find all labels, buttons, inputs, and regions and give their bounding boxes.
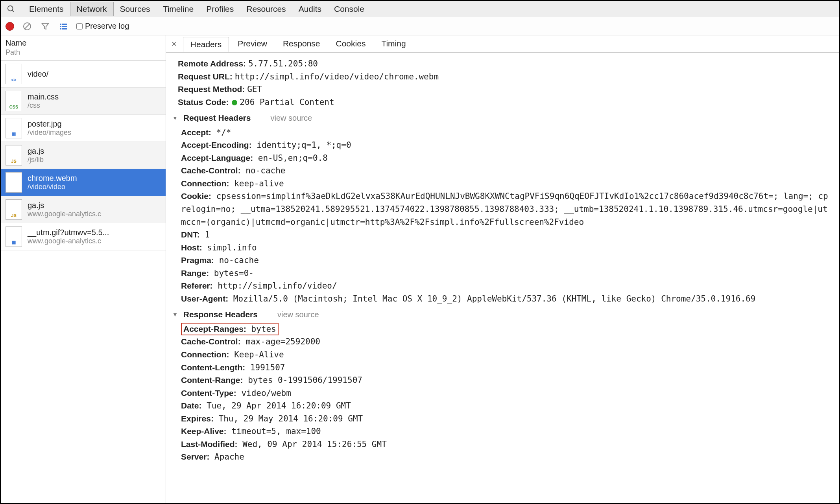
header-value: 1991507 <box>245 363 285 372</box>
request-row[interactable]: ▦poster.jpg/video/images <box>1 115 166 142</box>
svg-point-0 <box>8 6 13 11</box>
header-row: User-Agent: Mozilla/5.0 (Macintosh; Inte… <box>181 292 831 305</box>
request-name: ga.js <box>28 201 101 210</box>
request-path: /video/video <box>28 183 77 191</box>
request-method-value: GET <box>247 85 262 94</box>
header-value: Thu, 29 May 2014 16:20:09 GMT <box>214 414 363 423</box>
header-key: Content-Range: <box>181 375 243 384</box>
header-key: Pragma: <box>181 256 214 265</box>
search-icon[interactable] <box>6 4 16 14</box>
header-key: Accept-Encoding: <box>181 140 252 149</box>
header-key: Keep-Alive: <box>181 427 227 436</box>
request-list-header[interactable]: Name Path <box>1 35 166 61</box>
header-key: Accept: <box>181 128 211 137</box>
close-icon[interactable]: × <box>169 39 181 49</box>
header-row: DNT: 1 <box>181 228 831 241</box>
headers-body: Remote Address: 5.77.51.205:80 Request U… <box>166 53 839 503</box>
preserve-log-label: Preserve log <box>85 22 129 31</box>
column-name: Name <box>6 38 161 48</box>
detail-tab-response[interactable]: Response <box>276 37 327 52</box>
header-value: cpsession=simplinf%3aeDkLdG2elvxaS38KAur… <box>181 191 828 226</box>
header-row: Last-Modified: Wed, 09 Apr 2014 15:26:55… <box>181 438 831 451</box>
view-source-link[interactable]: view source <box>277 309 319 321</box>
header-row: Content-Type: video/webm <box>181 387 831 400</box>
main-tab-sources[interactable]: Sources <box>114 2 157 16</box>
request-name: ga.js <box>28 147 44 156</box>
header-value: bytes <box>246 324 276 334</box>
main-tab-profiles[interactable]: Profiles <box>200 2 240 16</box>
header-key: User-Agent: <box>181 294 228 303</box>
request-row[interactable]: JSga.jswww.google-analytics.c <box>1 196 166 223</box>
preserve-log-checkbox[interactable] <box>76 23 83 29</box>
devtools-main-tabs: ElementsNetworkSourcesTimelineProfilesRe… <box>1 1 839 17</box>
svg-line-3 <box>24 24 30 29</box>
main-tab-resources[interactable]: Resources <box>240 2 292 16</box>
header-key: Cache-Control: <box>181 337 241 346</box>
svg-rect-8 <box>60 28 61 29</box>
file-icon <box>6 172 22 193</box>
header-key: Content-Length: <box>181 363 245 372</box>
header-row: Expires: Thu, 29 May 2014 16:20:09 GMT <box>181 412 831 425</box>
request-list-panel: Name Path <>video/CSSmain.css/css▦poster… <box>1 35 166 503</box>
network-toolbar: Preserve log <box>1 17 839 35</box>
clear-icon[interactable] <box>22 21 32 31</box>
main-tab-audits[interactable]: Audits <box>292 2 328 16</box>
request-path: www.google-analytics.c <box>28 210 101 218</box>
request-detail-panel: × HeadersPreviewResponseCookiesTiming Re… <box>166 35 839 503</box>
status-code-key: Status Code: <box>178 97 229 107</box>
list-icon[interactable] <box>58 21 68 31</box>
header-value: max-age=2592000 <box>241 337 320 346</box>
svg-rect-4 <box>60 24 61 25</box>
file-icon: ▦ <box>6 226 22 247</box>
view-source-link[interactable]: view source <box>270 112 312 124</box>
request-name: poster.jpg <box>28 120 71 129</box>
main-tab-elements[interactable]: Elements <box>23 2 70 16</box>
header-key: Server: <box>181 452 209 461</box>
main-tab-console[interactable]: Console <box>328 2 371 16</box>
request-row[interactable]: JSga.js/js/lib <box>1 142 166 169</box>
preserve-log-toggle[interactable]: Preserve log <box>76 22 129 31</box>
request-row[interactable]: CSSmain.css/css <box>1 88 166 115</box>
file-icon: <> <box>6 64 22 84</box>
status-dot-icon <box>232 100 237 105</box>
request-headers-section[interactable]: ▼ Request Headers view source <box>172 112 831 125</box>
header-value: no-cache <box>214 256 259 265</box>
header-key: DNT: <box>181 230 200 239</box>
header-value: simpl.info <box>202 243 257 252</box>
header-key: Accept-Ranges: <box>183 324 246 333</box>
record-button[interactable] <box>6 22 14 31</box>
detail-tab-timing[interactable]: Timing <box>374 37 413 52</box>
request-url-value: http://simpl.info/video/video/chrome.web… <box>235 72 439 81</box>
response-headers-section[interactable]: ▼ Response Headers view source <box>172 308 831 321</box>
header-row: Cache-Control: no-cache <box>181 164 831 177</box>
header-row: Cache-Control: max-age=2592000 <box>181 335 831 348</box>
filter-icon[interactable] <box>40 21 50 31</box>
header-value: timeout=5, max=100 <box>227 427 321 436</box>
header-row: Content-Length: 1991507 <box>181 361 831 374</box>
header-row: Pragma: no-cache <box>181 254 831 267</box>
header-value: video/webm <box>236 388 291 398</box>
header-value: keep-alive <box>229 179 284 188</box>
header-row: Date: Tue, 29 Apr 2014 16:20:09 GMT <box>181 399 831 412</box>
detail-tab-cookies[interactable]: Cookies <box>329 37 373 52</box>
request-headers-title: Request Headers <box>183 112 251 125</box>
request-row[interactable]: ▦__utm.gif?utmwv=5.5...www.google-analyt… <box>1 223 166 250</box>
header-row: Accept: */* <box>181 126 831 139</box>
detail-tab-headers[interactable]: Headers <box>183 37 229 52</box>
detail-tab-preview[interactable]: Preview <box>231 37 274 52</box>
header-row: Accept-Encoding: identity;q=1, *;q=0 <box>181 139 831 152</box>
response-headers-title: Response Headers <box>183 308 258 321</box>
request-row[interactable]: <>video/ <box>1 61 166 88</box>
request-list: <>video/CSSmain.css/css▦poster.jpg/video… <box>1 61 166 503</box>
header-key: Expires: <box>181 414 214 423</box>
request-row[interactable]: chrome.webm/video/video <box>1 169 166 196</box>
chevron-down-icon: ▼ <box>172 311 178 319</box>
header-key: Host: <box>181 243 202 252</box>
request-path: www.google-analytics.c <box>28 237 109 245</box>
svg-line-1 <box>12 10 14 12</box>
main-tab-network[interactable]: Network <box>70 2 114 16</box>
file-icon: JS <box>6 145 22 166</box>
header-row: Cookie: cpsession=simplinf%3aeDkLdG2elvx… <box>181 190 831 228</box>
header-row: Connection: Keep-Alive <box>181 348 831 361</box>
main-tab-timeline[interactable]: Timeline <box>157 2 200 16</box>
